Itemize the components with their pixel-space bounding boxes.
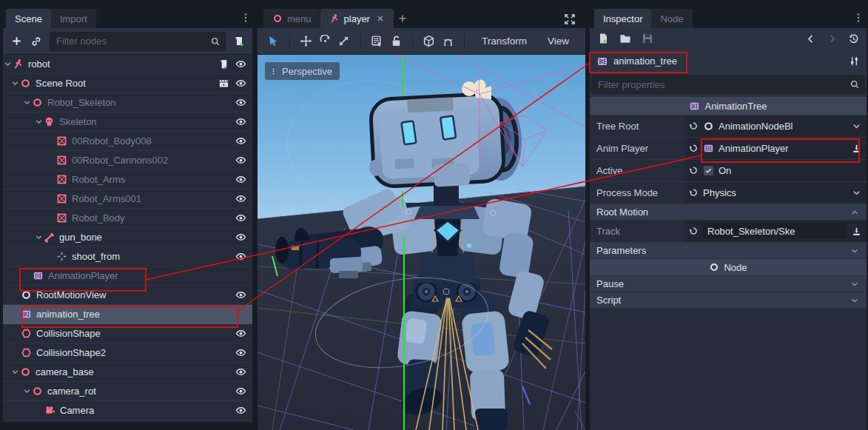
revert-button[interactable] xyxy=(687,226,699,237)
tree-row-animation_tree[interactable]: animation_tree xyxy=(3,305,252,324)
unlock-tool-button[interactable] xyxy=(388,32,404,51)
move-tool-tool-button[interactable] xyxy=(298,32,314,51)
inspector-dock-menu-button[interactable] xyxy=(852,10,864,25)
property-filter-input[interactable] xyxy=(596,78,850,91)
eye-icon[interactable] xyxy=(235,347,246,358)
scene-dock-menu-button[interactable] xyxy=(240,10,252,25)
tab-scene-menu[interactable]: menu xyxy=(263,9,320,28)
eye-icon[interactable] xyxy=(235,174,246,185)
tab-inspector-dock-inspector[interactable]: Inspector xyxy=(594,9,651,28)
eye-icon[interactable] xyxy=(235,212,246,224)
section-root-motion[interactable]: Root Motion xyxy=(590,204,867,221)
save-button[interactable] xyxy=(642,33,653,44)
subresource-node[interactable]: Node xyxy=(590,259,867,276)
close-icon[interactable] xyxy=(376,14,385,23)
tree-row-camera_base[interactable]: camera_base xyxy=(3,363,252,382)
section-script[interactable]: Script xyxy=(590,292,867,309)
tree-chevron-icon[interactable] xyxy=(22,98,32,107)
eye-icon[interactable] xyxy=(235,366,246,377)
forward-button[interactable] xyxy=(827,33,838,44)
instance-scene-button[interactable] xyxy=(30,36,42,47)
tree-chevron-icon[interactable] xyxy=(10,367,20,377)
open-folder-button[interactable] xyxy=(619,33,631,44)
new-resource-button[interactable] xyxy=(597,33,609,44)
perspective-menu-button[interactable]: Perspective xyxy=(265,62,340,80)
tree-row-robot[interactable]: robot xyxy=(3,55,252,74)
history-button[interactable] xyxy=(848,33,859,44)
eye-icon[interactable] xyxy=(235,232,246,243)
tab-scene-dock-import[interactable]: Import xyxy=(51,9,96,28)
new-scene-tab-button[interactable] xyxy=(394,9,411,28)
tree-chevron-icon[interactable] xyxy=(10,78,20,88)
tree-row-00Robot_Cannons002[interactable]: 00Robot_Cannons002 xyxy=(3,151,252,170)
active-checkbox[interactable] xyxy=(703,165,714,176)
list-select-tool-button[interactable] xyxy=(369,32,385,51)
tree-row-Camera[interactable]: Camera xyxy=(3,401,252,420)
tree-row-Robot_Arms[interactable]: Robot_Arms xyxy=(3,170,252,189)
revert-button[interactable] xyxy=(687,121,699,132)
property-value-field[interactable]: Robot_Skeleton/Ske xyxy=(703,224,847,239)
section-parameters[interactable]: Parameters xyxy=(590,243,867,259)
back-button[interactable] xyxy=(805,33,816,44)
attach-script-button[interactable] xyxy=(233,36,245,47)
chevron-down-button[interactable] xyxy=(851,121,862,132)
tree-row-gun_bone[interactable]: gun_bone xyxy=(3,228,252,247)
tree-row-Robot_Arms001[interactable]: Robot_Arms001 xyxy=(3,189,252,209)
eye-icon[interactable] xyxy=(235,78,246,89)
tree-chevron-icon[interactable] xyxy=(22,386,32,396)
revert-button[interactable] xyxy=(687,143,699,154)
eye-icon[interactable] xyxy=(235,289,246,300)
tree-row-00Robot_Body008[interactable]: 00Robot_Body008 xyxy=(3,132,252,151)
tab-scene-player[interactable]: player xyxy=(320,9,394,28)
property-value[interactable]: AnimationPlayer xyxy=(719,143,789,154)
menu-view[interactable]: View xyxy=(539,36,578,47)
picker-button[interactable] xyxy=(851,226,862,237)
tree-row-CollisionShape[interactable]: CollisionShape xyxy=(3,324,252,343)
property-value[interactable]: Physics xyxy=(703,187,736,198)
eye-icon[interactable] xyxy=(235,328,246,339)
tree-row-Scene Root[interactable]: Scene Root xyxy=(3,74,252,93)
tree-row-camera_rot[interactable]: camera_rot xyxy=(3,382,252,401)
snap-tool-button[interactable] xyxy=(440,32,456,51)
tree-row-shoot_from[interactable]: shoot_from xyxy=(3,247,252,266)
sliders-icon[interactable] xyxy=(849,56,860,67)
revert-button[interactable] xyxy=(687,187,699,198)
script-icon[interactable] xyxy=(218,58,229,70)
scale-tool-tool-button[interactable] xyxy=(336,32,352,51)
eye-icon[interactable] xyxy=(235,97,246,108)
tab-scene-dock-scene[interactable]: Scene xyxy=(6,9,51,28)
property-value[interactable]: AnimationNodeBl xyxy=(719,121,793,132)
revert-button[interactable] xyxy=(687,165,699,176)
picker-button[interactable] xyxy=(851,143,862,154)
expand-viewport-button[interactable] xyxy=(564,12,576,27)
tree-row-RootMotionView[interactable]: RootMotionView xyxy=(3,286,252,305)
tree-row-Robot_Body[interactable]: Robot_Body xyxy=(3,209,252,228)
add-node-button[interactable] xyxy=(10,35,23,47)
tree-row-Robot_Skeleton[interactable]: Robot_Skeleton xyxy=(3,93,252,112)
tree-row-AnimationPlayer[interactable]: AnimationPlayer xyxy=(3,266,252,286)
scene-filter-input[interactable] xyxy=(55,35,210,47)
tree-row-Skeleton[interactable]: Skeleton xyxy=(3,112,252,132)
tree-chevron-icon[interactable] xyxy=(3,59,13,69)
movie-clapper-icon[interactable] xyxy=(218,78,229,89)
select-arrow-tool-button[interactable] xyxy=(265,32,281,51)
tree-node-label: Robot_Arms001 xyxy=(72,193,141,204)
rotate-tool-tool-button[interactable] xyxy=(317,32,333,51)
eye-icon[interactable] xyxy=(235,251,246,262)
eye-icon[interactable] xyxy=(235,386,246,397)
chevron-down-button[interactable] xyxy=(851,187,862,198)
3d-viewport-canvas[interactable]: Perspective xyxy=(258,55,585,430)
eye-icon[interactable] xyxy=(235,58,246,70)
eye-icon[interactable] xyxy=(235,193,246,204)
eye-icon[interactable] xyxy=(235,155,246,166)
eye-icon[interactable] xyxy=(235,405,246,416)
cube-tool-button[interactable] xyxy=(421,32,437,51)
menu-transform[interactable]: Transform xyxy=(473,36,536,47)
tree-row-CollisionShape2[interactable]: CollisionShape2 xyxy=(3,343,252,363)
eye-icon[interactable] xyxy=(235,116,246,127)
tree-chevron-icon[interactable] xyxy=(34,232,44,242)
tree-chevron-icon[interactable] xyxy=(34,117,44,127)
tab-inspector-dock-node[interactable]: Node xyxy=(651,9,692,28)
section-pause[interactable]: Pause xyxy=(590,276,867,292)
eye-icon[interactable] xyxy=(235,135,246,147)
